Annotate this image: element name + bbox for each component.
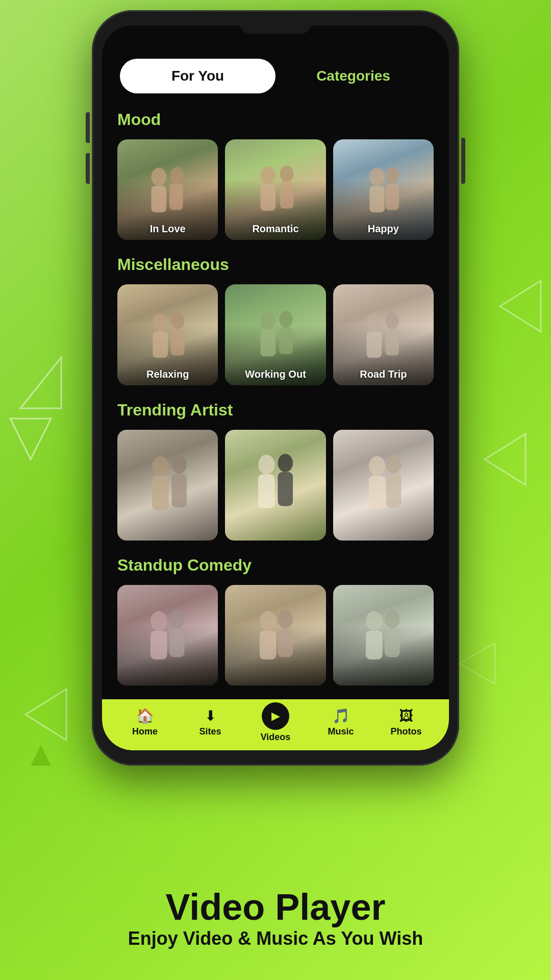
tab-categories[interactable]: Categories [276,59,431,93]
videos-icon: ▶ [262,702,289,730]
vol-button-2 [86,153,90,184]
svg-marker-0 [20,357,61,408]
nav-photos-label: Photos [391,726,422,737]
card-label-working-out: Working Out [225,369,325,380]
misc-grid: Relaxing Working Out [117,284,434,385]
section-title-misc: Miscellaneous [117,255,434,274]
svg-point-29 [386,312,399,329]
svg-rect-38 [278,472,293,506]
svg-rect-42 [386,474,402,508]
card-road-trip[interactable]: Road Trip [333,284,434,385]
bottom-nav: 🏠 Home ⬇ Sites ▶ Videos 🎵 Music 🖼 P [102,699,449,750]
svg-rect-40 [369,476,386,510]
mood-grid: In Love Romantic [117,139,434,240]
nav-home[interactable]: 🏠 Home [124,707,165,737]
nav-sites[interactable]: ⬇ Sites [190,707,231,737]
svg-rect-10 [169,184,183,210]
svg-point-11 [260,166,276,185]
svg-rect-54 [385,628,400,657]
nav-videos[interactable]: ▶ Videos [255,702,296,743]
svg-rect-48 [260,631,277,659]
svg-point-49 [278,610,293,629]
svg-rect-14 [280,182,294,209]
svg-marker-3 [485,434,525,485]
svg-point-53 [385,610,400,629]
tab-bar: For You Categories [117,56,434,96]
svg-point-19 [153,313,168,331]
svg-point-51 [366,611,383,630]
svg-rect-36 [258,474,275,508]
svg-rect-24 [260,330,276,356]
music-icon: 🎵 [332,707,350,724]
svg-point-43 [151,611,167,630]
svg-point-13 [280,166,294,183]
svg-point-23 [260,311,276,330]
svg-point-27 [367,313,382,331]
app-title: Video Player [0,886,551,928]
svg-point-33 [171,455,187,474]
svg-marker-5 [31,745,51,766]
svg-marker-1 [10,419,51,459]
svg-point-47 [260,611,277,630]
svg-point-15 [370,168,385,186]
svg-rect-12 [260,185,276,211]
nav-music[interactable]: 🎵 Music [320,707,361,737]
card-romantic[interactable]: Romantic [225,139,325,240]
comedy-card-2[interactable] [225,585,325,685]
card-in-love[interactable]: In Love [117,139,218,240]
card-label-in-love: In Love [117,223,218,235]
bottom-text-area: Video Player Enjoy Video & Music As You … [0,886,551,949]
svg-point-41 [386,455,402,474]
svg-rect-34 [171,474,187,508]
card-happy[interactable]: Happy [333,139,434,240]
svg-marker-6 [459,643,495,684]
card-working-out[interactable]: Working Out [225,284,325,385]
svg-rect-26 [279,327,293,354]
svg-point-9 [170,167,184,184]
svg-rect-50 [278,628,293,657]
svg-rect-30 [386,329,399,355]
screen-content: For You Categories Mood [102,26,449,699]
svg-point-35 [258,455,275,474]
comedy-row [117,585,434,685]
svg-rect-8 [151,186,166,212]
sites-icon: ⬇ [205,707,216,724]
nav-music-label: Music [328,726,354,737]
svg-rect-16 [370,186,385,212]
section-title-trending: Trending Artist [117,401,434,420]
card-label-road-trip: Road Trip [333,369,434,380]
card-label-relaxing: Relaxing [117,369,218,380]
svg-rect-52 [366,631,383,659]
section-title-standup: Standup Comedy [117,556,434,575]
artist-card-3[interactable] [333,430,434,541]
svg-rect-28 [367,331,382,358]
svg-marker-2 [500,281,541,332]
tab-for-you[interactable]: For You [120,59,276,93]
svg-point-25 [279,311,293,328]
app-subtitle: Enjoy Video & Music As You Wish [0,928,551,949]
svg-point-39 [369,456,386,476]
card-label-romantic: Romantic [225,223,325,235]
section-title-mood: Mood [117,110,434,129]
phone-notch [240,19,311,34]
home-icon: 🏠 [136,707,154,724]
trending-row [117,430,434,541]
artist-card-2[interactable] [225,430,325,541]
nav-home-label: Home [132,726,158,737]
svg-point-21 [171,312,185,329]
svg-rect-18 [386,184,399,210]
photos-icon: 🖼 [399,707,413,724]
artist-card-1[interactable] [117,430,218,541]
nav-sites-label: Sites [199,726,221,737]
phone-screen: For You Categories Mood [102,26,449,750]
svg-rect-44 [151,631,167,659]
svg-rect-32 [152,476,169,510]
phone-frame: For You Categories Mood [92,10,459,766]
card-relaxing[interactable]: Relaxing [117,284,218,385]
comedy-card-3[interactable] [333,585,434,685]
svg-point-7 [151,168,166,186]
card-label-happy: Happy [333,223,434,235]
comedy-card-1[interactable] [117,585,218,685]
svg-rect-22 [171,329,185,355]
nav-photos[interactable]: 🖼 Photos [386,707,427,737]
